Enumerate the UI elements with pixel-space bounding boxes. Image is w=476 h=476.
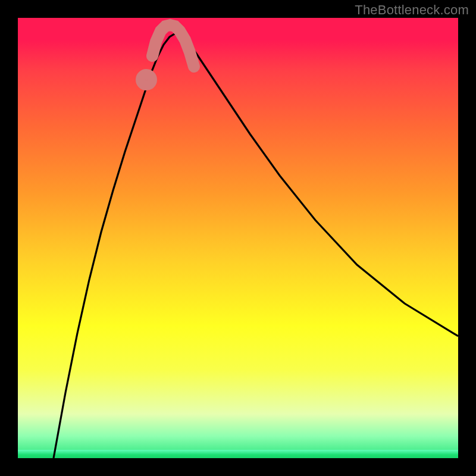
bottleneck-curve xyxy=(18,18,458,458)
watermark: TheBottleneck.com xyxy=(355,2,469,18)
chart-frame: TheBottleneck.com xyxy=(0,0,476,476)
valley-highlight xyxy=(142,25,194,84)
svg-point-0 xyxy=(142,75,151,84)
curve-path xyxy=(54,33,458,458)
plot-area xyxy=(18,18,458,458)
